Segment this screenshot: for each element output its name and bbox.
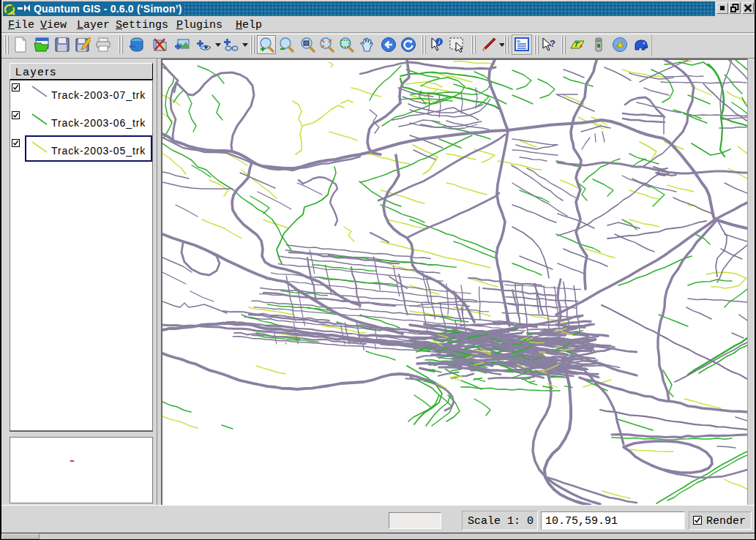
svg-text:?: ? xyxy=(550,38,555,49)
